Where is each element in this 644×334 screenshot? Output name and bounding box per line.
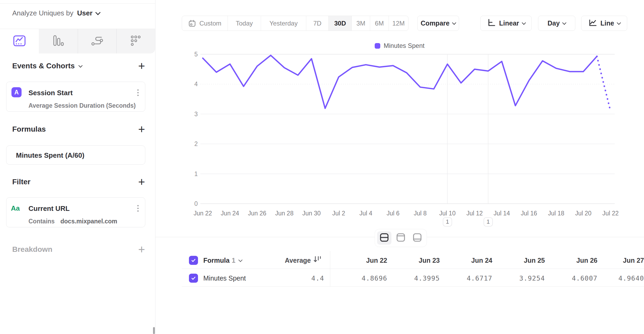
column-header-jun-26[interactable]: Jun 26 bbox=[545, 252, 597, 269]
filter-card-current-url[interactable]: Aa Current URL Contains docs.mixpanel.co… bbox=[6, 197, 145, 227]
date-range-yesterday[interactable]: Yesterday bbox=[261, 16, 306, 31]
x-tick-label: Jul 10 bbox=[439, 210, 456, 217]
row-average-cell: 4.4 bbox=[266, 270, 324, 286]
filter-operator[interactable]: Contains bbox=[28, 218, 55, 225]
chart-type-button[interactable]: Line bbox=[581, 16, 627, 31]
tab-flow-report[interactable] bbox=[78, 29, 117, 53]
cell-number: 4.6717 bbox=[467, 274, 492, 282]
cell-number: 4.9640 bbox=[618, 274, 644, 282]
filter-value[interactable]: docs.mixpanel.com bbox=[60, 218, 117, 225]
layout-toggle-group bbox=[375, 229, 427, 247]
add-filter-button[interactable]: + bbox=[138, 178, 145, 186]
chevron-down-icon bbox=[522, 21, 526, 25]
calendar-icon bbox=[188, 19, 196, 27]
formula-group-label: Formula bbox=[203, 257, 230, 264]
events-section-header: Events & Cohorts + bbox=[12, 62, 145, 70]
table-header-border bbox=[182, 269, 644, 269]
average-column-header[interactable]: Average bbox=[266, 252, 322, 269]
dots-grid-icon bbox=[129, 34, 143, 49]
chart-view-toggle[interactable] bbox=[394, 231, 408, 245]
x-tick-label: Jul 4 bbox=[360, 210, 373, 217]
results-table: Formula 1 Average Jun 224.8696Jun 234.39… bbox=[155, 247, 644, 290]
query-builder-sidebar: Analyze Uniques by User bbox=[0, 0, 155, 334]
split-view-icon bbox=[379, 232, 389, 244]
add-breakdown-button[interactable]: + bbox=[138, 245, 145, 253]
column-header-jun-27[interactable]: Jun 27 bbox=[592, 252, 644, 269]
tab-insights[interactable] bbox=[0, 29, 39, 53]
date-range-label: 6M bbox=[375, 20, 384, 27]
filter-card-menu-icon[interactable] bbox=[136, 204, 140, 213]
x-tick-label: Jul 20 bbox=[575, 210, 591, 217]
date-range-3m[interactable]: 3M bbox=[352, 16, 370, 31]
sidebar-top-border bbox=[0, 3, 155, 4]
date-range-12m[interactable]: 12M bbox=[389, 16, 408, 31]
scale-button[interactable]: Linear bbox=[480, 16, 532, 31]
y-tick-label: 0 bbox=[194, 200, 198, 207]
annotation-chip-label: 1 bbox=[486, 218, 490, 225]
compare-button[interactable]: Compare bbox=[417, 16, 459, 31]
analyze-uniques-row: Analyze Uniques by User bbox=[12, 9, 100, 17]
formula-card-title: Minutes Spent (A/60) bbox=[16, 151, 84, 160]
bottom-panel-icon bbox=[412, 232, 422, 244]
event-card-session-start[interactable]: A Session Start Average Session Duration… bbox=[6, 82, 145, 112]
date-range-30d[interactable]: 30D bbox=[329, 16, 352, 31]
y-tick-label: 1 bbox=[194, 170, 198, 177]
cell-value: 4.6007 bbox=[545, 270, 597, 286]
column-header-jun-25[interactable]: Jun 25 bbox=[493, 252, 545, 269]
date-range-label: 12M bbox=[392, 20, 405, 27]
split-view-toggle[interactable] bbox=[377, 231, 391, 245]
chevron-down-icon bbox=[562, 21, 567, 25]
column-header-jun-22[interactable]: Jun 22 bbox=[335, 252, 387, 269]
cell-number: 3.9254 bbox=[519, 274, 545, 282]
add-event-button[interactable]: + bbox=[138, 62, 145, 70]
date-range-6m[interactable]: 6M bbox=[370, 16, 389, 31]
cell-value: 4.3995 bbox=[387, 270, 440, 286]
x-tick-label: Jul 22 bbox=[602, 210, 618, 217]
date-range-label: Today bbox=[236, 20, 253, 27]
column-header-jun-23[interactable]: Jun 23 bbox=[387, 252, 440, 269]
tab-bar-report[interactable] bbox=[39, 29, 78, 53]
tab-retention-report[interactable] bbox=[116, 29, 155, 53]
granularity-button[interactable]: Day bbox=[538, 16, 575, 31]
y-tick-label: 2 bbox=[194, 140, 198, 147]
add-formula-button[interactable]: + bbox=[138, 125, 145, 133]
report-type-tabs bbox=[0, 29, 155, 53]
table-row: Minutes Spent bbox=[189, 270, 246, 286]
event-card-menu-icon[interactable] bbox=[136, 88, 140, 97]
event-card-title: Session Start bbox=[28, 89, 73, 97]
date-range-label: Custom bbox=[199, 20, 221, 27]
event-card-aggregation[interactable]: Average Session Duration (Seconds) bbox=[28, 102, 136, 109]
date-range-today[interactable]: Today bbox=[228, 16, 261, 31]
average-value: 4.4 bbox=[311, 274, 324, 282]
x-tick-label: Jul 18 bbox=[548, 210, 564, 217]
x-tick-label: Jul 2 bbox=[332, 210, 345, 217]
insights-line-chart-icon bbox=[13, 34, 26, 49]
row-checkbox[interactable] bbox=[189, 274, 198, 283]
top-panel-icon bbox=[396, 232, 406, 244]
cell-number: 4.8696 bbox=[362, 274, 387, 282]
linear-axis-icon bbox=[487, 18, 496, 29]
formula-group-dropdown[interactable]: Formula 1 bbox=[203, 257, 242, 264]
x-tick-label: Jun 30 bbox=[302, 210, 321, 217]
event-letter-badge: A bbox=[11, 87, 22, 97]
line-chart: 01234511Jun 22Jun 24Jun 26Jun 28Jun 30Ju… bbox=[155, 35, 644, 231]
column-header-jun-24[interactable]: Jun 24 bbox=[440, 252, 492, 269]
x-tick-label: Jun 24 bbox=[221, 210, 239, 217]
series-line-minutes-spent bbox=[203, 55, 597, 108]
table-view-toggle[interactable] bbox=[410, 231, 424, 245]
filter-card-title: Current URL bbox=[28, 204, 70, 213]
chevron-down-icon bbox=[452, 21, 456, 25]
analyze-value-dropdown[interactable]: User bbox=[77, 9, 100, 17]
events-title-text: Events & Cohorts bbox=[12, 62, 75, 70]
formula-card[interactable]: Minutes Spent (A/60) bbox=[6, 145, 145, 165]
formulas-section-title: Formulas bbox=[12, 125, 46, 133]
date-range-segmented-control: CustomTodayYesterday7D30D3M6M12M bbox=[182, 16, 408, 31]
cell-value: 4.9640 bbox=[592, 270, 644, 286]
select-all-checkbox[interactable] bbox=[189, 256, 198, 265]
average-label: Average bbox=[285, 257, 311, 264]
scrollbar-thumb[interactable] bbox=[153, 327, 155, 334]
date-range-7d[interactable]: 7D bbox=[306, 16, 329, 31]
cell-value: 3.9254 bbox=[493, 270, 545, 286]
date-range-custom[interactable]: Custom bbox=[182, 16, 228, 31]
table-row-border bbox=[182, 286, 644, 287]
